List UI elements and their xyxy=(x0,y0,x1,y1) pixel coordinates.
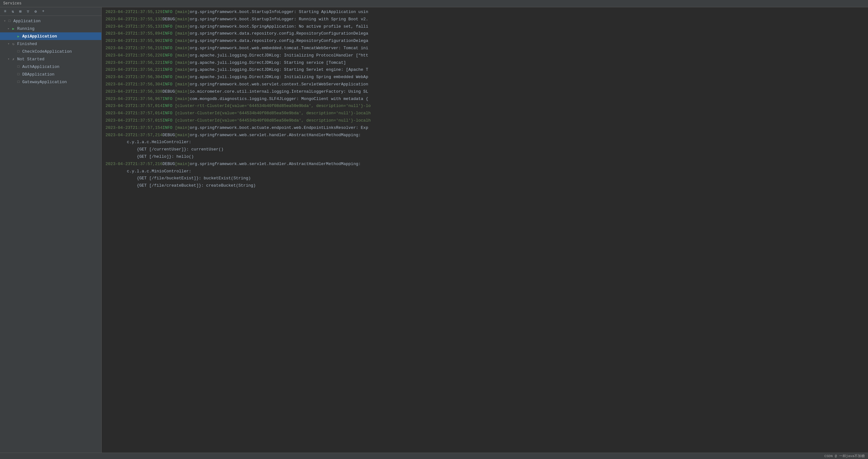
log-ts-17: 2023-04-23T21:37:57,214 xyxy=(105,132,162,139)
add-button[interactable]: + xyxy=(40,8,46,14)
log-ts-0: 2023-04-23T21:37:55,129 xyxy=(105,9,162,15)
log-level-16: INFO xyxy=(162,125,175,131)
log-level-2: INFO xyxy=(162,24,175,30)
title-bar: Services xyxy=(0,0,868,7)
log-thread-14: [cluster-ClusterId{value='644534b40f08d8… xyxy=(175,110,370,117)
authapplication-icon: □ xyxy=(16,64,21,69)
sidebar-item-apiapplication[interactable]: ▶ ApiApplication xyxy=(0,32,101,40)
settings-button[interactable]: ⚙ xyxy=(32,8,39,14)
sidebar-item-notstarted[interactable]: ▾ ✗ Not Started xyxy=(0,55,101,63)
log-continuation-22: c.y.l.a.c.MinioController: xyxy=(102,168,868,175)
log-ts-12: 2023-04-23T21:37:56,967 xyxy=(105,96,162,102)
log-ts-14: 2023-04-23T21:37:57,014 xyxy=(105,110,162,117)
log-logger-6: org.apache.juli.logging.DirectJDKLog: In… xyxy=(190,53,368,59)
log-level-21: DEBUG xyxy=(162,161,175,168)
log-panel[interactable]: 2023-04-23T21:37:55,129 INFO [main] org.… xyxy=(102,7,868,453)
log-line-9: 2023-04-23T21:37:56,304 INFO [main] org.… xyxy=(102,74,868,81)
arrow-notstarted: ▾ xyxy=(6,57,11,61)
log-level-17: DEBUG xyxy=(162,132,175,139)
status-text: CSDN @ 一杯java不加糖 xyxy=(824,454,865,458)
dbapplication-icon: □ xyxy=(16,72,21,77)
sidebar-item-dbapplication[interactable]: □ DBApplication xyxy=(0,70,101,78)
group-button[interactable]: ⊞ xyxy=(17,8,24,14)
application-label: Application xyxy=(13,19,41,24)
collapse-all-button[interactable]: ⇅ xyxy=(9,8,16,14)
arrow-apiapplication xyxy=(11,35,16,38)
notstarted-icon: ✗ xyxy=(11,57,16,62)
log-logger-0: org.springframework.boot.StartupInfoLogg… xyxy=(190,9,368,15)
arrow-gatewayapplication xyxy=(11,80,16,84)
log-logger-4: org.springframework.data.repository.conf… xyxy=(190,38,368,44)
gatewayapplication-icon: □ xyxy=(16,79,21,85)
title-label: Services xyxy=(3,1,22,6)
log-line-8: 2023-04-23T21:37:56,221 INFO [main] org.… xyxy=(102,66,868,74)
apiapplication-label: ApiApplication xyxy=(22,34,57,39)
log-level-12: INFO xyxy=(162,96,175,102)
log-thread-17: [main] xyxy=(175,132,190,139)
log-ts-2: 2023-04-23T21:37:55,133 xyxy=(105,24,162,30)
sidebar: ≡ ⇅ ⊞ ▽ ⚙ + ▾ □ Application ▸ ▶ Running xyxy=(0,7,102,453)
log-line-0: 2023-04-23T21:37:55,129 INFO [main] org.… xyxy=(102,8,868,16)
log-logger-5: org.springframework.boot.web.embedded.to… xyxy=(190,45,368,52)
log-logger-17: org.springframework.web.servlet.handler.… xyxy=(190,132,361,139)
log-ts-9: 2023-04-23T21:37:56,304 xyxy=(105,74,162,80)
authapplication-label: AuthApplication xyxy=(22,64,59,69)
arrow-finished: ▾ xyxy=(6,42,11,46)
sidebar-item-authapplication[interactable]: □ AuthApplication xyxy=(0,63,101,70)
apiapplication-icon: ▶ xyxy=(16,34,21,39)
log-thread-11: [main] xyxy=(175,89,190,95)
log-level-11: DEBUG xyxy=(162,89,175,95)
sidebar-item-finished[interactable]: ▾ ↻ Finished xyxy=(0,40,101,47)
log-level-6: INFO xyxy=(162,53,175,59)
sidebar-item-running[interactable]: ▸ ▶ Running xyxy=(0,25,101,32)
log-line-15: 2023-04-23T21:37:57,015 INFO [cluster-Cl… xyxy=(102,117,868,124)
log-level-7: INFO xyxy=(162,60,175,66)
log-logger-16: org.springframework.boot.actuate.endpoin… xyxy=(190,125,368,131)
expand-all-button[interactable]: ≡ xyxy=(2,8,8,14)
gatewayapplication-label: GatewayApplication xyxy=(22,80,67,85)
log-logger-2: org.springframework.boot.SpringApplicati… xyxy=(190,24,368,30)
log-line-4: 2023-04-23T21:37:55,902 INFO [main] org.… xyxy=(102,37,868,45)
sidebar-item-application[interactable]: ▾ □ Application xyxy=(0,17,101,25)
arrow-authapplication xyxy=(11,65,16,69)
sidebar-tree: ▾ □ Application ▸ ▶ Running ▶ ApiApplica… xyxy=(0,16,101,453)
log-line-14: 2023-04-23T21:37:57,014 INFO [cluster-Cl… xyxy=(102,110,868,117)
log-ts-5: 2023-04-23T21:37:56,215 xyxy=(105,45,162,52)
sidebar-toolbar: ≡ ⇅ ⊞ ▽ ⚙ + xyxy=(0,7,101,16)
log-thread-3: [main] xyxy=(175,30,190,37)
log-thread-21: [main] xyxy=(175,161,190,168)
log-ts-15: 2023-04-23T21:37:57,015 xyxy=(105,118,162,124)
filter-button[interactable]: ▽ xyxy=(25,8,31,14)
arrow-application: ▾ xyxy=(3,19,7,23)
log-ts-21: 2023-04-23T21:37:57,216 xyxy=(105,161,162,168)
log-logger-12: com.mongodb.diagnostics.logging.SLF4JLog… xyxy=(190,96,368,102)
log-level-1: DEBUG xyxy=(162,16,175,23)
log-ts-11: 2023-04-23T21:37:56,338 xyxy=(105,89,162,95)
log-thread-1: [main] xyxy=(175,16,190,23)
notstarted-label: Not Started xyxy=(17,57,44,62)
log-level-4: INFO xyxy=(162,38,175,44)
log-ts-16: 2023-04-23T21:37:57,154 xyxy=(105,125,162,131)
log-ts-10: 2023-04-23T21:37:56,304 xyxy=(105,81,162,88)
log-line-12: 2023-04-23T21:37:56,967 INFO [main] com.… xyxy=(102,96,868,103)
log-thread-6: [main] xyxy=(175,53,190,59)
log-continuation-24: {GET [/file/createBucket]}: createBucket… xyxy=(102,182,868,190)
sidebar-item-checkcodeapplication[interactable]: □ CheckCodeApplication xyxy=(0,47,101,55)
log-thread-9: [main] xyxy=(175,74,190,80)
log-logger-8: org.apache.juli.logging.DirectJDKLog: St… xyxy=(190,67,368,73)
log-line-2: 2023-04-23T21:37:55,133 INFO [main] org.… xyxy=(102,23,868,30)
log-continuation-19: {GET [/currentUser]}: currentUser() xyxy=(102,146,868,153)
log-thread-15: [cluster-ClusterId{value='644534b40f08d8… xyxy=(175,118,370,124)
log-thread-2: [main] xyxy=(175,24,190,30)
checkcodeapplication-label: CheckCodeApplication xyxy=(22,49,72,54)
log-level-8: INFO xyxy=(162,67,175,73)
log-continuation-18: c.y.l.a.c.HelloController: xyxy=(102,139,868,146)
sidebar-item-gatewayapplication[interactable]: □ GatewayApplication xyxy=(0,78,101,86)
running-icon: ▶ xyxy=(11,26,16,31)
log-level-3: INFO xyxy=(162,30,175,37)
log-thread-8: [main] xyxy=(175,67,190,73)
log-continuation-23: {GET [/file/bucketExist]}: bucketExist(S… xyxy=(102,175,868,182)
log-line-6: 2023-04-23T21:37:56,220 INFO [main] org.… xyxy=(102,52,868,59)
log-line-21: 2023-04-23T21:37:57,216 DEBUG [main] org… xyxy=(102,161,868,168)
checkcodeapplication-icon: □ xyxy=(16,49,21,54)
